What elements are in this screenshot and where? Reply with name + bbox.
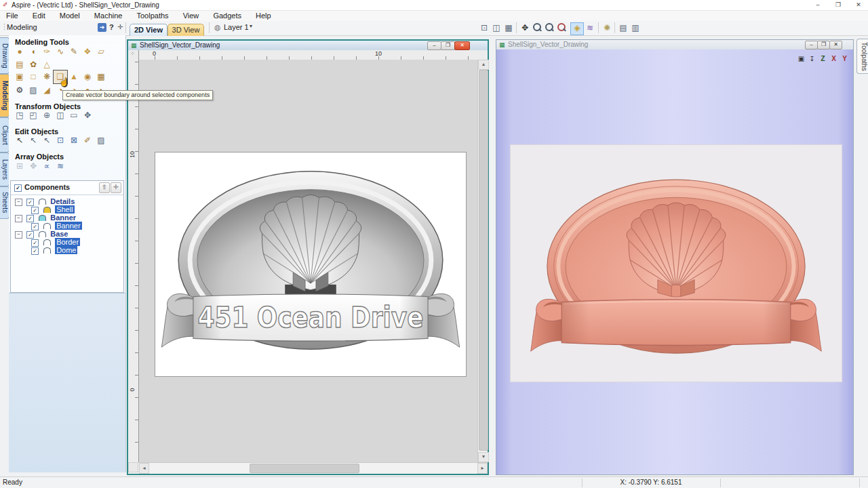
collapse-icon[interactable]: − [15, 231, 22, 239]
layer-dropdown-icon[interactable]: ▾ [250, 23, 252, 29]
delete-object-tool-icon[interactable]: ⊠ [68, 135, 80, 146]
distort-tool-icon[interactable]: ▭ [68, 110, 80, 121]
view-along-y-icon[interactable]: Y [840, 54, 850, 64]
scale-tool-icon[interactable]: ◰ [27, 110, 39, 121]
select-tool-icon[interactable]: ↖ [14, 135, 26, 146]
h-scroll-thumb[interactable] [250, 464, 359, 473]
smooth-model-tool-icon[interactable]: ▣ [14, 71, 26, 82]
base-group-checkbox[interactable]: ✓ [26, 231, 34, 239]
array-copy-tool-icon[interactable]: ⊞ [14, 161, 26, 171]
clear-area-tool-icon[interactable]: □ [27, 71, 39, 82]
circular-copy-tool-icon[interactable]: ✥ [27, 161, 39, 171]
split-components-tool-icon[interactable]: ✿ [27, 59, 39, 70]
scroll-left-button[interactable]: ◂ [139, 463, 149, 474]
edit-nodes-tool-icon[interactable]: ⊡ [54, 135, 66, 146]
tree-row-base-group[interactable]: − ✓ Base [11, 230, 123, 238]
banner-checkbox[interactable]: ✓ [31, 223, 39, 230]
tree-row-banner[interactable]: ✓ Banner [11, 222, 123, 230]
3d-restore-button[interactable]: ❐ [817, 41, 830, 49]
zoom-drawing-icon[interactable] [543, 22, 555, 34]
collapse-icon[interactable]: − [15, 199, 22, 206]
texture-area-tool-icon[interactable]: ❖ [81, 46, 94, 57]
offset-model-tool-icon[interactable]: ❋ [41, 71, 53, 82]
hatch-model-tool-icon[interactable]: ▨ [27, 85, 39, 96]
shell-checkbox[interactable]: ✓ [31, 207, 39, 214]
fillet-tool-icon[interactable]: ▨ [95, 135, 107, 146]
panel-dock-arrow-icon[interactable]: ➜ [98, 23, 106, 32]
snap-settings-icon[interactable]: ⊡ [478, 22, 490, 34]
import-component-tool-icon[interactable]: ▤ [14, 59, 26, 70]
add-draft-tool-icon[interactable]: ▲ [68, 71, 80, 82]
tree-row-border[interactable]: ✓ Border [11, 238, 123, 246]
prism-carve-tool-icon[interactable]: △ [41, 59, 53, 70]
tree-label-shell[interactable]: Shell [55, 205, 74, 214]
promote-component-button[interactable]: ⇧ [99, 182, 110, 193]
restore-button[interactable]: ❐ [829, 0, 848, 9]
multi-sheet-icon[interactable]: ≋ [584, 22, 596, 34]
panel-help-icon[interactable]: ? [109, 23, 114, 31]
details-checkbox[interactable]: ✓ [26, 199, 34, 206]
grid-toggle-icon[interactable]: ▦ [502, 22, 515, 34]
2d-restore-button[interactable]: ❐ [441, 41, 455, 50]
sidebar-tab-clipart[interactable]: Clipart [0, 117, 9, 152]
shading-bulb-icon[interactable]: ✺ [601, 22, 613, 34]
key-model-tool-icon[interactable]: ⚙ [14, 85, 26, 96]
tree-row-details[interactable]: − ✓ Details [11, 197, 123, 205]
sidebar-tab-modeling[interactable]: Modeling [0, 74, 9, 117]
collapse-icon[interactable]: − [15, 215, 22, 222]
tab-3d-view[interactable]: 3D View [167, 24, 204, 36]
2d-minimize-button[interactable]: – [427, 41, 441, 50]
sidebar-tab-layers[interactable]: Layers [0, 152, 9, 186]
banner-group-checkbox[interactable]: ✓ [26, 215, 34, 222]
toolpaths-tab[interactable]: Toolpaths [856, 39, 868, 74]
menu-edit[interactable]: Edit [26, 11, 52, 21]
copy-along-vector-tool-icon[interactable]: ∝ [41, 161, 53, 171]
2d-canvas[interactable]: 451 Ocean Drive [139, 60, 488, 462]
3d-canvas[interactable]: ▣ ↧ Z X Y [496, 49, 853, 474]
isometric-view-icon[interactable]: ▣ [796, 54, 806, 64]
view-along-x-icon[interactable]: X [829, 54, 839, 64]
slope-model-tool-icon[interactable]: ◢ [41, 85, 53, 96]
close-button[interactable]: ✕ [849, 0, 868, 9]
zoom-selected-icon[interactable] [555, 22, 568, 34]
move-tool-icon[interactable]: ◳ [14, 110, 26, 121]
scroll-up-button[interactable]: ▴ [478, 60, 489, 70]
3d-window-titlebar[interactable]: ▦ ShellSign_Vector_Drawing – ❐ ✕ [496, 40, 853, 49]
turn-model-tool-icon[interactable]: ∿ [54, 46, 66, 57]
2d-vertical-scrollbar[interactable]: ▴ ▾ [477, 60, 488, 462]
menu-model[interactable]: Model [54, 11, 86, 21]
dome-checkbox[interactable]: ✓ [31, 247, 39, 255]
2d-close-button[interactable]: ✕ [454, 41, 470, 50]
3d-minimize-button[interactable]: – [805, 41, 818, 49]
zoom-box-icon[interactable] [531, 22, 543, 34]
sculpting-tool-icon[interactable]: ✎ [68, 46, 80, 57]
view-along-z-icon[interactable]: Z [818, 54, 828, 64]
menu-toolpaths[interactable]: Toolpaths [131, 11, 175, 21]
tree-label-border[interactable]: Border [55, 238, 80, 246]
2d-horizontal-scrollbar[interactable]: ◂ ▸ [139, 462, 488, 472]
menu-gadgets[interactable]: Gadgets [207, 11, 248, 21]
weld-vectors-tool-icon[interactable]: ≋ [54, 161, 66, 171]
create-shape-tool-icon[interactable]: ● [14, 46, 26, 57]
menu-file[interactable]: File [0, 11, 24, 21]
scroll-down-button[interactable]: ▾ [478, 452, 489, 462]
tree-row-banner-group[interactable]: − ✓ Banner [11, 214, 123, 222]
select-options-tool-icon[interactable]: ↖ [27, 135, 39, 146]
layer-selector[interactable]: Layer 1 [224, 23, 249, 31]
2d-window-titlebar[interactable]: ▦ ShellSign_Vector_Drawing – ❐ ✕ [128, 41, 488, 50]
tree-label-banner-group[interactable]: Banner [50, 214, 76, 222]
align-tool-icon[interactable]: ✥ [81, 110, 94, 121]
mirror-tool-icon[interactable]: ◫ [54, 110, 66, 121]
two-rail-sweep-tool-icon[interactable]: ◖ [27, 46, 39, 57]
pan-view-icon[interactable]: ✥ [519, 22, 531, 34]
node-select-tool-icon[interactable]: ↖ [41, 135, 53, 146]
center-tool-icon[interactable]: ⊕ [41, 110, 53, 121]
tree-label-details[interactable]: Details [50, 197, 75, 205]
tree-label-base-group[interactable]: Base [50, 230, 68, 238]
tab-2d-view[interactable]: 2D View [130, 24, 167, 36]
tree-label-banner[interactable]: Banner [55, 222, 81, 230]
dome-tool-icon[interactable]: ◉ [81, 71, 94, 82]
tree-row-dome[interactable]: ✓ Dome [11, 246, 123, 254]
emboss-tool-icon[interactable]: ▱ [95, 46, 107, 57]
menu-machine[interactable]: Machine [88, 11, 129, 21]
